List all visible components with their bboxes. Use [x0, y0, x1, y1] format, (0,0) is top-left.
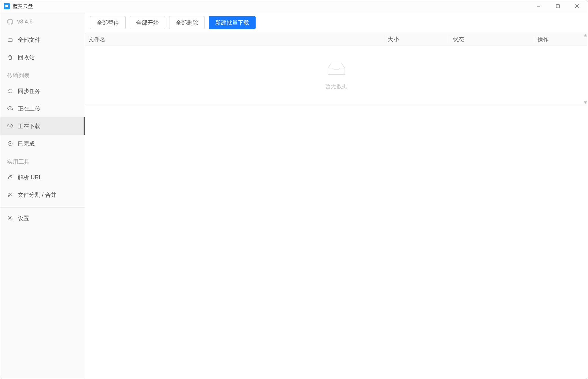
- link-icon: [7, 174, 13, 180]
- download-cloud-icon: [7, 123, 13, 129]
- svg-point-5: [8, 193, 9, 194]
- column-header-status[interactable]: 状态: [449, 36, 534, 43]
- github-icon: [7, 19, 13, 25]
- column-header-filename[interactable]: 文件名: [85, 36, 384, 43]
- sidebar-divider: [0, 207, 85, 208]
- window-title: 蓝奏云盘: [13, 3, 33, 10]
- new-batch-download-button[interactable]: 新建批量下载: [209, 16, 256, 29]
- toolbar: 全部暂停 全部开始 全部删除 新建批量下载: [85, 12, 588, 33]
- sidebar-item-uploading[interactable]: 正在上传: [0, 100, 85, 117]
- sidebar-item-label: 回收站: [18, 54, 35, 61]
- section-tools-title: 实用工具: [0, 152, 85, 168]
- close-button[interactable]: [571, 2, 583, 10]
- version-label: v3.4.6: [17, 18, 32, 25]
- gear-icon: [7, 215, 13, 221]
- trash-icon: [7, 55, 13, 60]
- svg-point-7: [10, 218, 11, 219]
- sidebar-item-completed[interactable]: 已完成: [0, 135, 85, 152]
- scroll-down-arrow[interactable]: [584, 101, 587, 104]
- column-header-size[interactable]: 大小: [384, 36, 449, 43]
- sidebar-item-label: 正在下载: [18, 122, 40, 130]
- version-row[interactable]: v3.4.6: [0, 15, 85, 31]
- empty-inbox-icon: [325, 60, 348, 79]
- content-area: 全部暂停 全部开始 全部删除 新建批量下载 文件名 大小 状态 操作 暂无数据: [85, 12, 588, 379]
- section-transfer-title: 传输列表: [0, 66, 85, 82]
- sidebar-item-label: 文件分割 / 合并: [18, 191, 56, 199]
- upload-icon: [7, 106, 13, 111]
- sidebar-item-label: 全部文件: [18, 36, 40, 44]
- window-controls: [533, 2, 585, 10]
- sidebar-item-parse-url[interactable]: 解析 URL: [0, 168, 85, 186]
- delete-all-button[interactable]: 全部删除: [169, 16, 205, 29]
- svg-point-6: [8, 195, 9, 196]
- sidebar-item-label: 解析 URL: [18, 174, 42, 181]
- minimize-button[interactable]: [533, 2, 544, 10]
- sidebar-item-label: 已完成: [18, 140, 35, 148]
- sidebar-item-label: 设置: [18, 215, 29, 222]
- empty-text: 暂无数据: [325, 83, 348, 90]
- sidebar-item-recycle-bin[interactable]: 回收站: [0, 49, 85, 66]
- sync-icon: [7, 88, 13, 94]
- empty-state: 暂无数据: [85, 46, 588, 105]
- sidebar-item-label: 正在上传: [18, 105, 40, 112]
- titlebar: 蓝奏云盘: [0, 0, 588, 12]
- check-circle-icon: [7, 141, 13, 146]
- svg-rect-1: [556, 5, 559, 8]
- scissors-icon: [7, 192, 13, 198]
- sidebar-item-sync-tasks[interactable]: 同步任务: [0, 82, 85, 100]
- column-header-action[interactable]: 操作: [534, 36, 588, 43]
- app-icon: [4, 3, 10, 9]
- svg-point-4: [8, 142, 12, 146]
- folder-icon: [7, 37, 13, 43]
- sidebar-item-all-files[interactable]: 全部文件: [0, 31, 85, 49]
- maximize-button[interactable]: [552, 2, 563, 10]
- pause-all-button[interactable]: 全部暂停: [90, 16, 126, 29]
- sidebar-item-downloading[interactable]: 正在下载: [0, 117, 85, 135]
- sidebar: v3.4.6 全部文件 回收站 传输列表 同步任务 正: [0, 12, 85, 379]
- start-all-button[interactable]: 全部开始: [130, 16, 165, 29]
- table-header: 文件名 大小 状态 操作: [85, 33, 588, 46]
- scroll-up-arrow[interactable]: [584, 34, 587, 36]
- sidebar-item-label: 同步任务: [18, 87, 40, 95]
- sidebar-item-settings[interactable]: 设置: [0, 209, 85, 227]
- sidebar-item-split-merge[interactable]: 文件分割 / 合并: [0, 186, 85, 203]
